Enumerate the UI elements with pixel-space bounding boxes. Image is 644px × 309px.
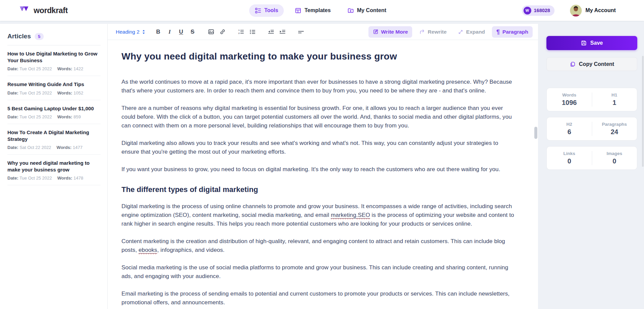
stat-label: H2	[566, 122, 572, 127]
document-body[interactable]: Why you need digital marketing to make y…	[108, 40, 538, 307]
article-title: How to Use Digital Marketing to Grow You…	[7, 50, 101, 64]
article-list-item[interactable]: How To Create A Digital Marketing Strate…	[7, 124, 101, 155]
save-button[interactable]: Save	[546, 36, 637, 50]
document-paragraph: There are a number of reasons why digita…	[121, 104, 515, 130]
words-label: Words:	[57, 176, 72, 181]
insert-image-button[interactable]	[206, 27, 216, 37]
align-button[interactable]	[296, 27, 306, 37]
paragraph-button[interactable]: ¶ Paragraph	[492, 26, 533, 38]
words-label: Words:	[57, 90, 72, 95]
insert-link-button[interactable]	[218, 27, 227, 37]
article-meta: Date: Tue Oct 25 2022Words: 1422	[7, 66, 101, 71]
editor: Heading 2 B I U S	[108, 24, 538, 309]
stat-cell: H26	[547, 117, 592, 140]
content-stats: Words1096H11H26Paragraphs24Links0Images0	[546, 88, 637, 170]
rewrite-button[interactable]: Rewrite	[415, 26, 451, 38]
document-link[interactable]: ebooks	[139, 247, 157, 254]
article-list-item[interactable]: 5 Best Gaming Laptop Under $1,000Date: T…	[7, 100, 101, 124]
document-paragraph: If you want your business to grow, you n…	[121, 165, 515, 174]
stat-label: Paragraphs	[602, 122, 627, 127]
sidebar-title: Articles	[7, 33, 31, 40]
editor-scrollbar-thumb[interactable]	[534, 127, 537, 139]
document-h2: The different types of digital marketing	[121, 185, 515, 194]
stat-value: 1096	[562, 99, 577, 107]
article-list-item[interactable]: Why you need digital marketing to make y…	[7, 155, 101, 185]
tab-my-content[interactable]: My Content	[342, 4, 392, 17]
svg-text:1: 1	[238, 29, 240, 31]
editor-toolbar: Heading 2 B I U S	[108, 24, 538, 40]
stat-cell: Paragraphs24	[592, 117, 637, 140]
folder-plus-icon	[348, 7, 354, 14]
underline-button[interactable]: U	[176, 27, 186, 37]
article-meta: Date: Tue Oct 25 2022Words: 859	[7, 114, 101, 119]
document-paragraph: Content marketing is the creation and di…	[121, 237, 515, 255]
article-words: 1477	[73, 145, 82, 150]
document-paragraph: As the world continues to move at a rapi…	[121, 78, 515, 95]
italic-button[interactable]: I	[165, 27, 175, 37]
bold-button[interactable]: B	[153, 27, 163, 37]
article-date: Sat Oct 22 2022	[20, 145, 51, 150]
bullet-list-button[interactable]	[248, 27, 257, 37]
token-balance[interactable]: W 168028	[522, 5, 554, 16]
stat-value: 24	[611, 128, 618, 136]
pencil-square-icon	[373, 29, 379, 35]
avatar	[570, 5, 582, 16]
ai-actions: Write More Rewrite	[368, 26, 533, 38]
article-date: Tue Oct 25 2022	[20, 66, 52, 71]
article-count-badge: 5	[35, 33, 44, 40]
stats-card: Words1096H11	[546, 88, 637, 111]
article-meta: Date: Tue Oct 25 2022Words: 1052	[7, 90, 101, 95]
primary-nav: Tools Templates My Content	[249, 0, 392, 21]
copy-content-button[interactable]: Copy Content	[546, 57, 637, 71]
article-words: 1052	[73, 90, 83, 95]
copy-content-label: Copy Content	[579, 61, 614, 67]
outdent-button[interactable]	[266, 27, 276, 37]
navbar-right: W 168028 My Account	[522, 5, 616, 16]
brand-logo[interactable]: wordkraft	[20, 6, 68, 15]
tab-tools-label: Tools	[264, 7, 278, 13]
document-link[interactable]: marketing.SEO	[331, 212, 370, 219]
article-list-item[interactable]: How to Use Digital Marketing to Grow You…	[7, 45, 101, 76]
write-more-button[interactable]: Write More	[368, 26, 413, 38]
article-meta: Date: Tue Oct 25 2022Words: 1478	[7, 176, 101, 181]
account-menu[interactable]: My Account	[570, 5, 616, 16]
misspelled-word: marketing.SEO	[331, 212, 370, 218]
article-list-item[interactable]: Resume Writing Guide And TipsDate: Tue O…	[7, 76, 101, 100]
document-paragraph: Email marketing is the process of sendin…	[121, 289, 515, 307]
heading-select[interactable]: Heading 2	[116, 29, 145, 35]
pilcrow-icon: ¶	[496, 29, 500, 35]
stat-label: Links	[563, 151, 575, 156]
tab-templates[interactable]: Templates	[289, 4, 336, 17]
copy-icon	[570, 61, 576, 67]
save-label: Save	[590, 40, 603, 46]
stat-value: 1	[612, 99, 616, 107]
strikethrough-button[interactable]: S	[188, 27, 198, 37]
words-label: Words:	[57, 114, 72, 119]
top-navbar: wordkraft Tools Templates	[0, 0, 644, 21]
paragraph-label: Paragraph	[502, 29, 528, 35]
tab-my-content-label: My Content	[357, 7, 386, 13]
article-title: 5 Best Gaming Laptop Under $1,000	[7, 105, 101, 112]
stat-cell: H11	[592, 88, 637, 111]
ordered-list-button[interactable]: 1 2	[236, 27, 246, 37]
words-label: Words:	[57, 145, 72, 150]
expand-button[interactable]: Expand	[454, 26, 489, 38]
stat-value: 0	[567, 157, 571, 165]
date-label: Date:	[7, 176, 19, 181]
rewrite-arrow-icon	[419, 29, 425, 35]
article-words: 1422	[73, 66, 83, 71]
templates-icon	[295, 7, 301, 14]
tab-tools[interactable]: Tools	[249, 4, 284, 17]
document-paragraph: Digital marketing also allows you to tra…	[121, 139, 515, 156]
article-date: Tue Oct 25 2022	[20, 176, 52, 181]
article-title: How To Create A Digital Marketing Strate…	[7, 129, 101, 142]
articles-header: Articles 5	[7, 33, 101, 45]
document-paragraph: Social media marketing is the use of soc…	[121, 263, 515, 281]
indent-button[interactable]	[278, 27, 287, 37]
page-scrollbar-thumb[interactable]	[642, 56, 644, 167]
brand-name: wordkraft	[34, 6, 68, 15]
write-more-label: Write More	[381, 29, 408, 35]
document-h1: Why you need digital marketing to make y…	[121, 51, 515, 62]
stat-value: 6	[567, 128, 571, 136]
tools-icon	[255, 7, 261, 14]
